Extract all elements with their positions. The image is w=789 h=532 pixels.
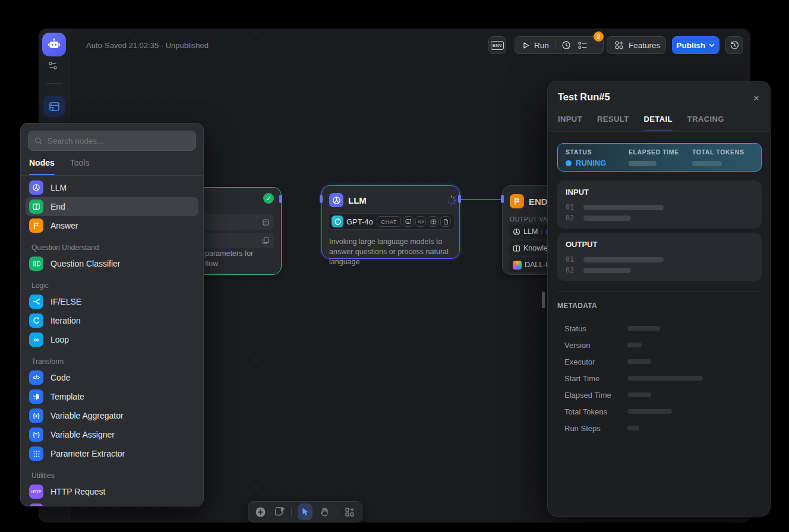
- if-else-icon: [29, 294, 43, 309]
- input-row-1: 01: [566, 203, 664, 211]
- tab-tracing[interactable]: TRACING: [687, 115, 724, 132]
- model-selector[interactable]: GPT-4o CHAT: [328, 213, 455, 230]
- skeleton-bar: [627, 409, 672, 414]
- success-check-icon: ✓: [263, 193, 274, 204]
- node-item-question-classifier[interactable]: Question Classifier: [26, 254, 198, 273]
- llm-node-title: LLM: [348, 195, 367, 205]
- tab-nodes[interactable]: Nodes: [29, 158, 55, 175]
- env-button[interactable]: ENV: [488, 36, 506, 54]
- llm-icon: [29, 180, 43, 195]
- edge-handle[interactable]: [279, 195, 282, 203]
- metadata-row-elapsed-time: Elapsed Time: [564, 389, 755, 401]
- skeleton-bar: [627, 359, 651, 364]
- answer-icon: [29, 218, 43, 233]
- llm-node-icon: [329, 193, 343, 207]
- node-item-list-operator[interactable]: List Operator: [26, 501, 198, 506]
- notification-badge: 2: [594, 31, 604, 42]
- run-toolbar-group: Run: [515, 36, 604, 54]
- app-window-icon[interactable]: [43, 96, 65, 117]
- output-row-1: 01: [566, 255, 664, 264]
- model-name: GPT-4o: [346, 217, 373, 226]
- paragraph-icon: [262, 237, 270, 245]
- vision-capability-icon: [403, 216, 414, 227]
- node-item-answer[interactable]: Answer: [26, 216, 198, 235]
- checklist-icon[interactable]: [577, 40, 588, 50]
- publish-button[interactable]: Publish: [672, 36, 719, 54]
- tab-result[interactable]: RESULT: [597, 115, 629, 132]
- input-row-2: 02: [566, 214, 631, 222]
- edge-handle[interactable]: [320, 195, 323, 203]
- node-search-box[interactable]: [28, 131, 196, 151]
- node-item-loop[interactable]: ∞ Loop: [26, 330, 198, 349]
- canvas-scrollbar-handle[interactable]: [542, 292, 545, 308]
- output-card: OUTPUT 01 02: [557, 233, 762, 281]
- run-panel-title: Test Run#5: [558, 91, 610, 103]
- search-icon: [34, 137, 43, 145]
- metadata-row-start-time: Start Time: [564, 372, 755, 384]
- autosave-status: Auto-Saved 21:02:35 · Unpublished: [86, 41, 209, 50]
- tab-tools[interactable]: Tools: [70, 158, 90, 175]
- test-run-panel: Test Run#5 × INPUT RESULT DETAIL TRACING…: [547, 81, 771, 517]
- toolbar-separator: [555, 40, 556, 50]
- add-note-button[interactable]: [273, 505, 285, 519]
- node-item-variable-aggregator[interactable]: {x} Variable Aggregator: [26, 406, 198, 425]
- status-column: STATUS RUNING: [566, 148, 606, 167]
- organize-nodes-button[interactable]: [343, 505, 356, 519]
- preferences-sliders-icon[interactable]: [47, 61, 59, 71]
- edge-llm-end: [460, 199, 502, 200]
- end-node-icon: [510, 194, 524, 208]
- run-button[interactable]: Run: [522, 41, 549, 50]
- node-item-iteration[interactable]: Iteration: [26, 311, 198, 330]
- node-search-input[interactable]: [48, 137, 190, 145]
- metadata-row-run-steps: Run Steps: [564, 422, 755, 434]
- loop-icon: ∞: [29, 332, 43, 347]
- features-label: Features: [629, 41, 660, 50]
- close-icon[interactable]: ×: [753, 93, 759, 104]
- elapsed-skeleton: [629, 161, 657, 166]
- video-capability-icon: [428, 216, 438, 227]
- node-item-llm[interactable]: LLM: [26, 178, 198, 197]
- edge-handle[interactable]: [501, 195, 504, 203]
- node-list: LLM End Answer Question Understand Quest…: [21, 176, 203, 506]
- node-item-http-request[interactable]: HTTP HTTP Request: [26, 482, 198, 501]
- pointer-tool-button[interactable]: [298, 504, 313, 520]
- total-tokens-column: TOTAL TOKENS: [692, 148, 744, 166]
- toolbar-separator: [291, 507, 292, 517]
- node-item-end[interactable]: End: [26, 197, 198, 216]
- iteration-icon: [29, 314, 43, 328]
- run-panel-body: STATUS RUNING ELAPSED TIME TOTAL TOKENS …: [548, 131, 770, 517]
- node-item-code[interactable]: </> Code: [26, 368, 198, 387]
- skeleton-bar: [627, 426, 639, 430]
- list-operator-icon: [29, 504, 43, 506]
- section-divider: [557, 291, 762, 292]
- version-history-button[interactable]: [725, 36, 743, 54]
- llm-node[interactable]: LLM GPT-4o CHAT Invoking large language …: [321, 185, 460, 259]
- add-node-button[interactable]: [254, 505, 267, 519]
- section-transform: Transform: [21, 349, 203, 368]
- features-button[interactable]: Features: [607, 36, 666, 54]
- dalle-icon: [513, 261, 522, 270]
- hand-tool-button[interactable]: [318, 505, 331, 519]
- skeleton-bar: [583, 216, 631, 221]
- tab-detail[interactable]: DETAIL: [643, 115, 672, 132]
- start-node-description: parameters for flow: [205, 249, 279, 269]
- section-question-understand: Question Understand: [21, 235, 203, 254]
- http-request-icon: HTTP: [29, 484, 43, 499]
- node-item-parameter-extractor[interactable]: Parameter Extractor: [26, 444, 198, 463]
- node-item-if-else[interactable]: IF/ELSE: [26, 292, 198, 311]
- document-capability-icon: [440, 216, 451, 227]
- play-icon: [522, 42, 530, 49]
- run-history-icon[interactable]: [561, 40, 572, 50]
- run-status-card: STATUS RUNING ELAPSED TIME TOTAL TOKENS: [557, 143, 762, 172]
- node-item-variable-assigner[interactable]: {=} Variable Assigner: [26, 425, 198, 444]
- parameter-extractor-icon: [29, 446, 43, 461]
- short-text-icon: [262, 218, 270, 226]
- variable-aggregator-icon: {x}: [29, 408, 43, 423]
- node-item-template[interactable]: Template: [26, 387, 198, 406]
- app-robot-avatar[interactable]: [42, 33, 66, 56]
- metadata-row-total-tokens: Total Tokens: [564, 406, 755, 417]
- edge-handle[interactable]: [458, 195, 461, 203]
- llm-node-description: Invoking large language models to answer…: [329, 237, 453, 267]
- metadata-row-executor: Executor: [564, 356, 755, 368]
- tab-input[interactable]: INPUT: [558, 115, 582, 132]
